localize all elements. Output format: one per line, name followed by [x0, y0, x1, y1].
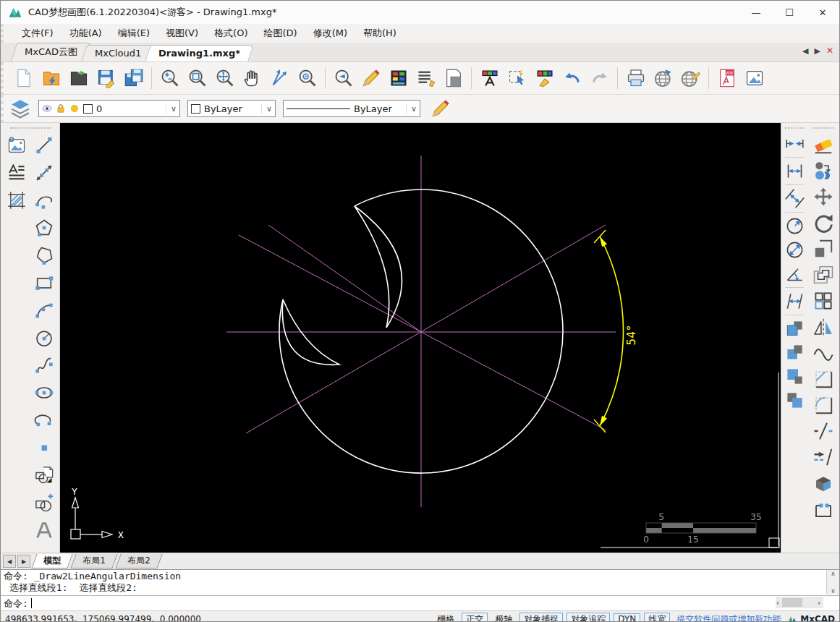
arc-button[interactable]: [30, 187, 58, 214]
menu-help[interactable]: 帮助(H): [355, 25, 404, 42]
color-palette-button[interactable]: [386, 66, 411, 91]
array-button[interactable]: [810, 288, 837, 314]
fit-curve-button[interactable]: [810, 340, 837, 366]
multiline-text-button[interactable]: [3, 159, 30, 187]
web-develop-button[interactable]: [678, 66, 703, 91]
distance-dimension-button[interactable]: [782, 289, 807, 313]
page-setup-button[interactable]: [441, 66, 466, 91]
construction-line-button[interactable]: [30, 159, 58, 187]
zoom-center-button[interactable]: [294, 66, 320, 91]
feedback-link[interactable]: 提交软件问题或增加新功能: [676, 613, 781, 622]
toolbar-drag-handle[interactable]: [813, 127, 834, 129]
zoom-window-button[interactable]: [184, 66, 210, 91]
toggle-osnap[interactable]: 对象捕捉: [519, 613, 563, 622]
text-color-button[interactable]: [477, 66, 502, 91]
layout-scroll-right-icon[interactable]: ▶: [17, 555, 30, 568]
toolbar-drag-handle[interactable]: [785, 127, 804, 129]
tab-scroll-right-icon[interactable]: ▶: [814, 46, 820, 56]
tab-mxcloud1[interactable]: MxCloud1: [81, 45, 155, 61]
donut-button[interactable]: [30, 489, 58, 516]
toggle-grid[interactable]: 栅格: [433, 613, 458, 622]
minimize-button[interactable]: —: [739, 1, 773, 24]
explode-button[interactable]: [810, 470, 837, 496]
command-horizontal-scrollbar[interactable]: ‹ ›: [776, 597, 823, 608]
aligned-dimension-button[interactable]: [782, 187, 807, 210]
diameter-dimension-button[interactable]: [782, 238, 807, 262]
mirror-button[interactable]: [810, 314, 837, 340]
linetype-pencil-button[interactable]: [358, 66, 383, 91]
insert-block-button[interactable]: [30, 461, 58, 489]
toggle-ortho[interactable]: 正交: [462, 613, 488, 622]
tab-close-icon[interactable]: ✕: [826, 46, 833, 56]
angular-dimension[interactable]: 54°: [594, 230, 638, 433]
three-point-arc-button[interactable]: [30, 297, 58, 324]
print-button[interactable]: [623, 66, 648, 91]
save-button[interactable]: [93, 66, 119, 91]
ellipse-button[interactable]: [30, 379, 58, 406]
draw-order-back-button[interactable]: [782, 341, 807, 365]
draw-order-above-button[interactable]: [782, 365, 807, 388]
point-button[interactable]: [30, 434, 58, 461]
rectangle-button[interactable]: [30, 269, 58, 297]
rotate-button[interactable]: [810, 210, 837, 236]
toggle-otrack[interactable]: 对象追踪: [567, 613, 610, 622]
tab-model[interactable]: 模型: [31, 554, 72, 568]
ucs-axes-button[interactable]: [267, 66, 292, 91]
scroll-down-icon[interactable]: ∨: [831, 587, 835, 595]
scroll-up-icon[interactable]: ∧: [831, 570, 835, 577]
close-button[interactable]: ✕: [806, 1, 839, 24]
new-file-button[interactable]: [11, 66, 36, 91]
tab-scroll-left-icon[interactable]: ◀: [802, 46, 808, 56]
scrollbar-thumb[interactable]: [782, 598, 802, 607]
chevron-down-icon[interactable]: ∨: [261, 104, 272, 114]
maximize-button[interactable]: ☐: [773, 1, 806, 24]
open-file-button[interactable]: [66, 66, 91, 91]
menu-draw[interactable]: 绘图(D): [255, 25, 305, 42]
polygon-button[interactable]: [30, 214, 58, 242]
open-cloud-button[interactable]: [38, 66, 64, 91]
chevron-down-icon[interactable]: ∨: [166, 104, 177, 114]
toggle-lineweight[interactable]: 线宽: [644, 613, 670, 622]
chamfer-button[interactable]: [810, 366, 837, 392]
copy-button[interactable]: [810, 158, 837, 184]
ellipse-arc-button[interactable]: [30, 406, 58, 434]
draw-order-pencil-button[interactable]: [428, 96, 453, 122]
erase-button[interactable]: [810, 132, 837, 158]
drawing-canvas[interactable]: 54° 5 35 0 15: [60, 123, 781, 553]
undo-button[interactable]: [559, 66, 585, 91]
color-dropdown[interactable]: ByLayer ∨: [187, 100, 276, 117]
fillet-button[interactable]: [810, 392, 837, 418]
layout-scroll-left-icon[interactable]: ◀: [3, 555, 16, 568]
menu-view[interactable]: 视图(V): [158, 25, 206, 42]
insert-image-button[interactable]: [3, 132, 30, 159]
draw-order-below-button[interactable]: [782, 388, 807, 412]
command-input[interactable]: 命令:: [1, 596, 839, 610]
quick-dimension-button[interactable]: [782, 132, 807, 156]
layer-dropdown[interactable]: 0 ∨: [38, 100, 180, 117]
tab-layout1[interactable]: 布局1: [70, 554, 117, 568]
circle-button[interactable]: [30, 324, 58, 352]
linear-dimension-button[interactable]: [782, 159, 807, 183]
tab-mxcad-cloud[interactable]: MxCAD云图: [11, 43, 91, 61]
redo-button[interactable]: [587, 66, 612, 91]
command-window[interactable]: 命令: _Draw2LineAngularDimension 选择直线段1: 选…: [1, 569, 839, 610]
move-button[interactable]: [810, 184, 837, 210]
tab-drawing1[interactable]: Drawing1.mxg*: [145, 45, 254, 61]
angular-dimension-button[interactable]: [782, 262, 807, 286]
toggle-polar[interactable]: 极轴: [491, 613, 516, 622]
scale-button[interactable]: [810, 236, 837, 262]
lengthen-button[interactable]: [810, 444, 837, 470]
draw-order-front-button[interactable]: [782, 317, 807, 341]
join-button[interactable]: [810, 496, 837, 522]
menu-modify[interactable]: 修改(M): [305, 25, 355, 42]
polyline-button[interactable]: [30, 242, 58, 269]
menu-format[interactable]: 格式(O): [206, 25, 255, 42]
menu-edit[interactable]: 编辑(E): [110, 25, 158, 42]
offset-button[interactable]: [810, 262, 837, 288]
export-image-button[interactable]: [742, 66, 767, 91]
toggle-dyn[interactable]: DYN: [614, 613, 640, 622]
web-publish-button[interactable]: [650, 66, 676, 91]
zoom-extents-button[interactable]: [212, 66, 237, 91]
menu-file[interactable]: 文件(F): [14, 25, 61, 42]
save-all-button[interactable]: [121, 66, 146, 91]
